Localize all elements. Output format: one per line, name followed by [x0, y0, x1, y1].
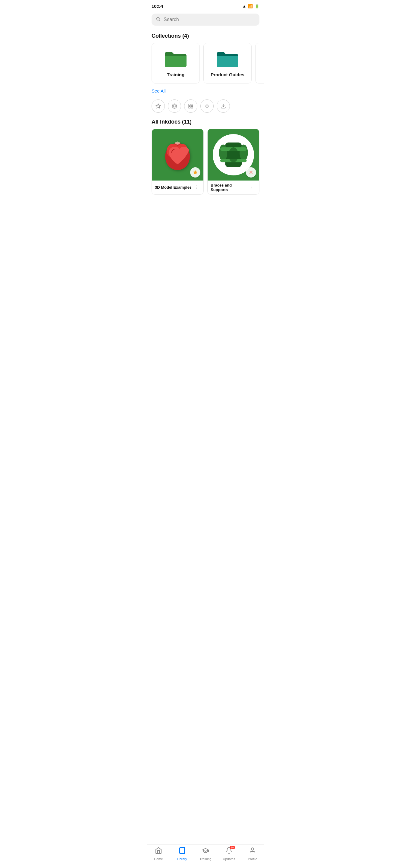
signal-icon: 📶	[248, 4, 253, 8]
filter-grid-btn[interactable]	[184, 99, 197, 113]
inkdoc-card-braces[interactable]: Braces and Supports	[207, 129, 259, 195]
collection-name-product-guides: Product Guides	[211, 72, 244, 77]
svg-point-18	[196, 187, 196, 187]
collection-name-training: Training	[167, 72, 184, 77]
updates-icon: 9+	[225, 847, 232, 856]
more-btn-braces[interactable]	[248, 183, 256, 192]
nav-item-profile[interactable]: Profile	[241, 847, 264, 861]
collection-card-product-guides[interactable]: Product Guides	[203, 43, 252, 84]
inkdoc-thumbnail-3d-model	[152, 129, 203, 181]
svg-line-1	[159, 20, 160, 21]
svg-point-25	[228, 147, 238, 162]
svg-point-31	[251, 848, 254, 850]
status-icons: ▲ 📶 🔋	[242, 4, 259, 8]
nav-item-home[interactable]: Home	[147, 847, 170, 861]
inkdoc-card-3d-model[interactable]: 3D Model Examples	[152, 129, 204, 195]
bottom-nav: Home Library Training 9+ Updates	[147, 844, 264, 868]
svg-marker-16	[193, 170, 197, 174]
collection-card-new[interactable]: New	[255, 43, 264, 84]
folder-icon-product-guides	[216, 49, 240, 68]
search-container	[147, 11, 264, 29]
collection-card-training[interactable]: Training	[152, 43, 200, 84]
home-icon	[155, 847, 162, 856]
svg-point-21	[219, 144, 227, 161]
folder-icon-training	[164, 49, 188, 68]
svg-rect-5	[189, 104, 190, 105]
nav-label-training: Training	[199, 857, 211, 861]
see-all-link[interactable]: See All	[147, 87, 264, 97]
updates-badge: 9+	[230, 846, 235, 849]
inkdoc-footer-braces: Braces and Supports	[208, 181, 259, 194]
nav-item-library[interactable]: Library	[170, 847, 194, 861]
svg-point-0	[157, 18, 159, 20]
nav-label-updates: Updates	[223, 857, 235, 861]
svg-marker-2	[156, 104, 161, 108]
nav-item-training[interactable]: Training	[194, 847, 217, 861]
search-icon	[156, 17, 161, 23]
inkdoc-thumbnail-braces	[208, 129, 259, 181]
inkdoc-title-3d-model: 3D Model Examples	[155, 185, 192, 190]
bookmark-btn-braces[interactable]	[246, 167, 256, 178]
inkdocs-header: All Inkdocs (11)	[147, 118, 264, 129]
inkdoc-footer-3d-model: 3D Model Examples	[152, 181, 203, 194]
svg-rect-6	[191, 104, 193, 105]
collections-header: Collections (4)	[147, 29, 264, 41]
search-input[interactable]	[164, 17, 255, 22]
status-bar: 10:54 ▲ 📶 🔋	[147, 0, 264, 11]
wifi-icon: ▲	[242, 4, 246, 8]
svg-rect-8	[191, 107, 193, 108]
training-icon	[202, 847, 209, 856]
filter-bar	[147, 97, 264, 118]
nav-label-profile: Profile	[248, 857, 257, 861]
svg-rect-7	[189, 107, 190, 108]
svg-point-30	[252, 189, 252, 189]
status-time: 10:54	[152, 4, 163, 9]
filter-download-btn[interactable]	[217, 99, 230, 113]
svg-point-22	[240, 144, 248, 161]
filter-bookmark-btn[interactable]	[152, 99, 165, 113]
svg-point-17	[196, 185, 196, 186]
profile-icon	[249, 847, 256, 856]
more-btn-3d-model[interactable]	[192, 183, 200, 191]
collections-scroll: Training Product Guides New	[147, 41, 264, 87]
svg-point-19	[196, 188, 196, 189]
svg-point-28	[252, 186, 252, 186]
search-bar[interactable]	[152, 13, 259, 26]
filter-sort-btn[interactable]	[200, 99, 214, 113]
inkdocs-grid: 3D Model Examples	[147, 129, 264, 201]
bookmark-btn-3d-model[interactable]	[190, 167, 200, 178]
svg-point-15	[176, 142, 180, 145]
nav-label-home: Home	[154, 857, 163, 861]
battery-icon: 🔋	[255, 4, 259, 8]
filter-globe-btn[interactable]	[168, 99, 181, 113]
svg-point-29	[252, 187, 252, 188]
nav-item-updates[interactable]: 9+ Updates	[217, 847, 241, 861]
nav-label-library: Library	[177, 857, 187, 861]
library-icon	[179, 847, 186, 856]
inkdoc-title-braces: Braces and Supports	[211, 183, 248, 192]
